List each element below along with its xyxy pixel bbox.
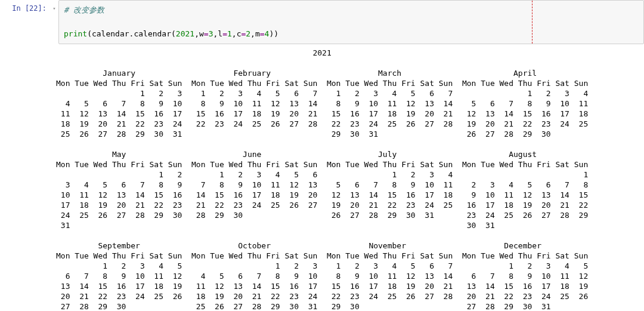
calendar-text: 2021 January February March April Mon Tu…: [56, 48, 644, 311]
code-comment: # 改变参数: [64, 5, 104, 14]
cell-output: 2021 January February March April Mon Tu…: [0, 44, 644, 311]
code-editor[interactable]: # 改变参数 print(calendar.calendar(2021,w=3,…: [58, 0, 644, 44]
notebook: In [22]: ▾ # 改变参数 print(calendar.calenda…: [0, 0, 644, 311]
code-line-print: print(calendar.calendar(2021,w=3,l=1,c=2…: [64, 28, 639, 40]
cell-prompt: In [22]:: [0, 0, 50, 44]
code-ruler: [532, 1, 532, 44]
code-blank-line: [64, 16, 639, 28]
input-cell: In [22]: ▾ # 改变参数 print(calendar.calenda…: [0, 0, 644, 44]
chevron-down-icon: ▾: [52, 5, 55, 11]
cell-collapser[interactable]: ▾: [50, 0, 58, 44]
